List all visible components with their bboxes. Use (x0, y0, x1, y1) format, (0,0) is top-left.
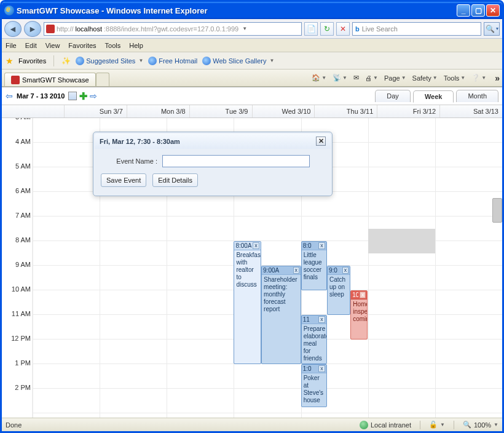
tab-current[interactable]: SmartGWT Showcase (4, 73, 96, 86)
day-header[interactable]: Sun 3/7 (64, 105, 127, 117)
printer-icon: 🖨 (365, 74, 372, 82)
command-bar: SmartGWT Showcase 🏠▼ 📡▼ ✉ 🖨▼ Page▼ Safet… (2, 70, 502, 87)
event-shareholders[interactable]: 9:00Ax Shareholder meeting: monthly fore… (261, 266, 301, 364)
add-fav-icon[interactable]: ✨ (61, 57, 71, 65)
protected-mode-button[interactable]: 🔓▼ (429, 421, 445, 429)
hour-label: 8 AM (6, 236, 31, 244)
close-icon[interactable]: x (318, 365, 325, 372)
home-button[interactable]: 🏠▼ (312, 74, 326, 82)
page-menu[interactable]: Page▼ (384, 74, 406, 82)
hour-label: 3 AM (6, 118, 31, 121)
close-icon[interactable]: x (342, 267, 349, 274)
favorites-star-icon[interactable]: ★ (6, 56, 14, 66)
hour-label: 12 PM (6, 335, 31, 342)
back-button[interactable]: ◄ (4, 21, 22, 37)
event-poker[interactable]: 1:0x Poker at Steve's house (301, 364, 327, 407)
site-favicon (46, 25, 55, 33)
menu-edit[interactable]: Edit (25, 42, 37, 49)
menu-help[interactable]: Help (129, 42, 143, 49)
ie-icon (4, 6, 14, 15)
nav-bar: ◄ ► http://localhost:8888/index.html?gwt… (2, 19, 502, 39)
day-header[interactable]: Thu 3/11 (314, 105, 377, 117)
menu-tools[interactable]: Tools (105, 42, 121, 49)
search-box[interactable]: b Live Search (352, 22, 481, 36)
tab-month[interactable]: Month (456, 90, 498, 102)
prev-week-button[interactable]: ⇦ (6, 91, 13, 101)
search-placeholder: Live Search (362, 25, 398, 33)
mail-icon: ✉ (353, 74, 359, 82)
compat-button[interactable]: 📄 (304, 22, 318, 36)
tab-title: SmartGWT Showcase (22, 76, 89, 84)
close-icon[interactable]: x (293, 267, 300, 274)
dialog-close-button[interactable]: ✕ (316, 137, 326, 146)
maximize-button[interactable]: ▢ (471, 4, 485, 17)
scrollbar-thumb[interactable] (492, 198, 502, 223)
close-icon[interactable]: x (318, 316, 325, 323)
ie-small-icon (148, 57, 157, 65)
safety-menu[interactable]: Safety▼ (412, 74, 438, 82)
quick-event-dialog: Fri, Mar 12, 7:30 - 8:30am ✕ Event Name … (93, 132, 333, 196)
free-hotmail-link[interactable]: Free Hotmail (148, 57, 197, 65)
status-text: Done (6, 421, 22, 429)
security-zone[interactable]: Local intranet (360, 421, 411, 429)
tab-favicon (11, 76, 20, 84)
suggested-sites-link[interactable]: Suggested Sites▼ (76, 57, 143, 65)
menu-view[interactable]: View (45, 42, 60, 49)
day-header[interactable]: Fri 3/12 (377, 105, 439, 117)
menu-favorites[interactable]: Favorites (68, 42, 96, 49)
forward-button[interactable]: ► (24, 21, 41, 37)
favorites-label[interactable]: Favorites (18, 57, 46, 65)
tab-week[interactable]: Week (413, 90, 454, 103)
event-catch-up-sleep[interactable]: 9:0x Catch up on sleep (327, 266, 350, 315)
hour-label: 11 AM (6, 310, 31, 317)
date-picker-icon[interactable] (68, 92, 77, 100)
tools-menu[interactable]: Tools▼ (444, 74, 466, 82)
overflow-button[interactable]: » (495, 73, 500, 83)
web-slice-link[interactable]: Web Slice Gallery▼ (202, 57, 274, 65)
calendar-toolbar: ⇦ Mar 7 - 13 2010 ✚ ⇨ Day Week Month (2, 87, 502, 105)
day-header[interactable]: Sat 3/13 (439, 105, 502, 117)
day-header[interactable]: Wed 3/10 (252, 105, 315, 117)
help-button[interactable]: ❔▼ (471, 74, 486, 82)
save-event-button[interactable]: Save Event (101, 173, 146, 187)
feeds-button[interactable]: 📡▼ (333, 74, 347, 82)
close-button[interactable]: ✕ (486, 4, 500, 17)
menu-bar: File Edit View Favorites Tools Help (2, 39, 502, 52)
hour-label: 4 AM (6, 138, 31, 145)
globe-icon (360, 421, 368, 429)
refresh-button[interactable]: ↻ (320, 22, 334, 36)
hour-label: 6 AM (6, 187, 31, 194)
event-home-inspect[interactable]: 10x Home inspect coming (350, 290, 368, 340)
mail-button[interactable]: ✉ (353, 74, 359, 82)
bing-icon: b (355, 25, 360, 33)
print-button[interactable]: 🖨▼ (365, 74, 378, 82)
url-scheme: http:// (57, 25, 74, 33)
close-icon[interactable]: x (360, 292, 366, 298)
time-selection[interactable] (368, 229, 435, 253)
event-soccer[interactable]: 8:0x Little league soccer finals (301, 241, 327, 290)
add-event-button[interactable]: ✚ (79, 90, 87, 102)
edit-details-button[interactable]: Edit Details (152, 173, 198, 187)
event-name-input[interactable] (162, 155, 310, 167)
address-dropdown[interactable]: ▼ (240, 23, 249, 34)
dialog-title: Fri, Mar 12, 7:30 - 8:30am (100, 138, 180, 145)
close-icon[interactable]: x (253, 242, 259, 249)
zoom-control[interactable]: 🔍 100% ▼ (463, 421, 498, 429)
menu-file[interactable]: File (6, 42, 17, 49)
close-icon[interactable]: x (318, 242, 325, 249)
hour-label: 7 AM (6, 212, 31, 219)
event-prepare-meal[interactable]: 11x Prepare elaborate meal for friends (301, 315, 327, 364)
window-titlebar: SmartGWT Showcase - Windows Internet Exp… (2, 2, 502, 19)
address-bar[interactable]: http://localhost:8888/index.html?gwt.cod… (44, 22, 302, 36)
hour-label: 5 AM (6, 162, 31, 170)
stop-button[interactable]: ✕ (336, 22, 350, 36)
day-header[interactable]: Tue 3/9 (189, 105, 252, 117)
tab-day[interactable]: Day (375, 90, 411, 102)
event-breakfast[interactable]: 8:00Ax Breakfast with realtor to discuss (234, 241, 261, 364)
new-tab-button[interactable] (96, 73, 109, 86)
day-header[interactable]: Mon 3/8 (127, 105, 189, 117)
search-go-button[interactable]: 🔍▾ (484, 22, 500, 36)
hour-label: 2 PM (6, 384, 31, 391)
next-week-button[interactable]: ⇨ (90, 91, 97, 101)
minimize-button[interactable]: _ (457, 4, 470, 17)
